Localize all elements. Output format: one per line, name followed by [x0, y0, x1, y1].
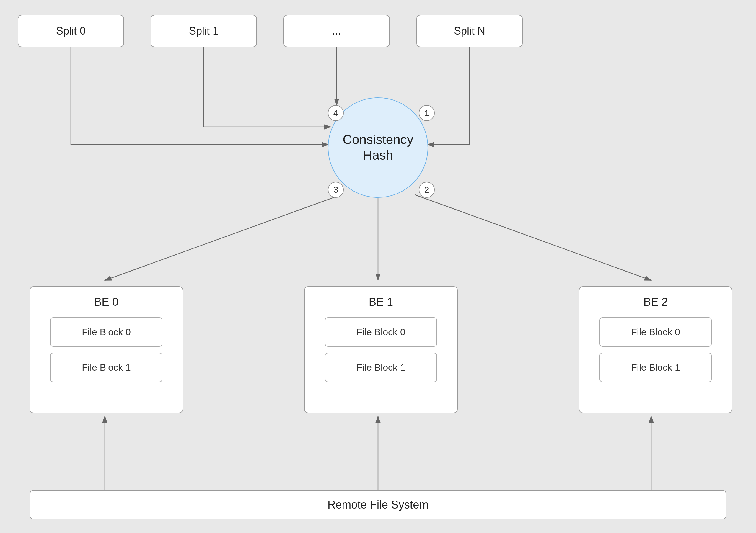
be-0-file-block-1: File Block 1 [50, 353, 162, 382]
diagram: Split 0 Split 1 ... Split N ConsistencyH… [0, 0, 756, 533]
split-dots-box: ... [284, 15, 390, 47]
node-3: 3 [328, 182, 344, 198]
split-n-label: Split N [454, 25, 485, 37]
node-1: 1 [419, 105, 435, 121]
be-1-box: BE 1 File Block 0 File Block 1 [304, 286, 458, 413]
be-0-file-block-0: File Block 0 [50, 317, 162, 347]
be-0-box: BE 0 File Block 0 File Block 1 [30, 286, 183, 413]
be-1-file-block-1: File Block 1 [325, 353, 437, 382]
split-0-label: Split 0 [56, 25, 86, 37]
be-2-box: BE 2 File Block 0 File Block 1 [579, 286, 732, 413]
arrows-layer [0, 0, 756, 533]
be-1-file-block-0: File Block 0 [325, 317, 437, 347]
node-4: 4 [328, 105, 344, 121]
be-1-title: BE 1 [369, 296, 393, 308]
split-1-box: Split 1 [150, 15, 257, 47]
be-0-title: BE 0 [94, 296, 119, 308]
hash-label: ConsistencyHash [342, 132, 414, 163]
be-2-title: BE 2 [643, 296, 668, 308]
be-2-file-block-1: File Block 1 [600, 353, 712, 382]
split-n-box: Split N [417, 15, 523, 47]
remote-file-system-box: Remote File System [30, 490, 726, 520]
be-2-file-block-0: File Block 0 [600, 317, 712, 347]
split-0-box: Split 0 [18, 15, 124, 47]
split-1-label: Split 1 [189, 25, 219, 37]
node-2: 2 [419, 182, 435, 198]
split-dots-label: ... [332, 25, 341, 37]
rfs-label: Remote File System [328, 498, 428, 511]
